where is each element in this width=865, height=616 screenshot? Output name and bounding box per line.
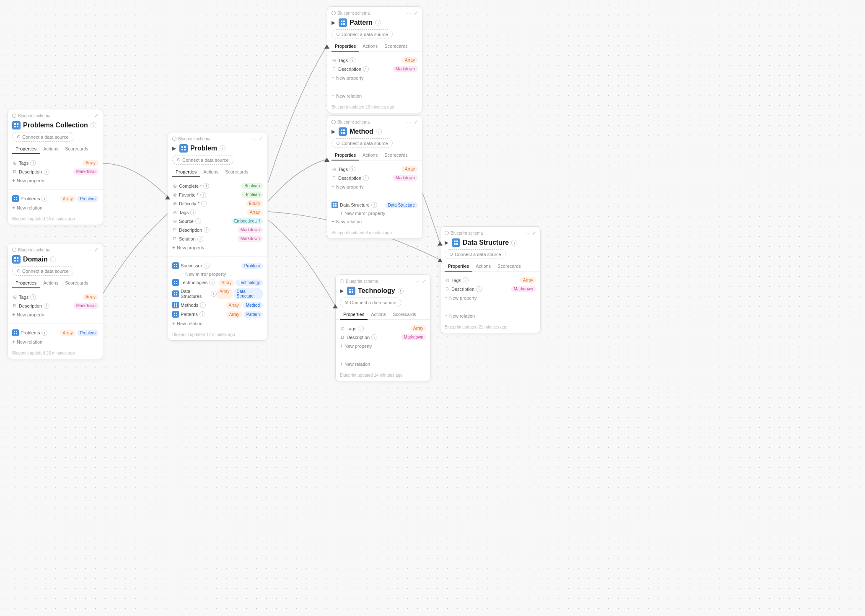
connect-datasource-btn[interactable]: ⊙ Connect a data source — [331, 29, 393, 39]
info-icon[interactable]: i — [209, 280, 215, 285]
info-icon[interactable]: i — [201, 201, 207, 207]
new-property-btn[interactable]: + New property — [340, 342, 426, 351]
tab-actions[interactable]: Actions — [40, 278, 62, 288]
info-icon[interactable]: i — [44, 169, 49, 175]
info-icon[interactable]: i — [398, 288, 404, 294]
tab-actions[interactable]: Actions — [200, 167, 222, 177]
new-relation-btn[interactable]: + New relation — [340, 360, 426, 369]
new-property-btn[interactable]: + New property — [12, 176, 98, 185]
tab-actions[interactable]: Actions — [40, 144, 62, 154]
info-icon[interactable]: i — [199, 311, 205, 317]
new-relation-btn[interactable]: + New relation — [12, 203, 98, 212]
expand-icon[interactable]: ⤢ — [94, 113, 98, 119]
info-icon[interactable]: i — [91, 122, 96, 128]
card-header-actions[interactable]: ··· ⤢ — [415, 278, 426, 284]
connect-datasource-btn[interactable]: ⊙ Connect a data source — [172, 155, 233, 165]
tab-scorecards[interactable]: Scorecards — [389, 310, 420, 320]
mirror-property-btn[interactable]: + New mirror property — [172, 270, 263, 278]
info-icon[interactable]: i — [220, 145, 225, 151]
info-icon[interactable]: i — [376, 129, 382, 135]
tab-scorecards[interactable]: Scorecards — [222, 167, 252, 177]
new-relation-btn[interactable]: + New relation — [172, 319, 263, 328]
card-header-actions[interactable]: ··· ⤢ — [252, 136, 263, 142]
info-icon[interactable]: i — [358, 326, 364, 331]
info-icon[interactable]: i — [375, 20, 381, 26]
connect-datasource-btn[interactable]: ⊙ Connect a data source — [331, 138, 393, 148]
info-icon[interactable]: i — [30, 160, 36, 166]
new-relation-btn[interactable]: + New relation — [331, 217, 418, 226]
info-icon[interactable]: i — [363, 175, 369, 181]
more-icon[interactable]: ··· — [88, 113, 92, 119]
tab-scorecards[interactable]: Scorecards — [494, 261, 524, 272]
new-property-btn[interactable]: + New property — [331, 182, 418, 192]
tab-properties[interactable]: Properties — [331, 41, 359, 52]
info-icon[interactable]: i — [463, 277, 469, 283]
tab-actions[interactable]: Actions — [359, 150, 381, 160]
expand-icon[interactable]: ⤢ — [422, 278, 426, 284]
card-header-actions[interactable]: ··· ⤢ — [407, 10, 418, 16]
more-icon[interactable]: ··· — [252, 136, 256, 142]
connect-datasource-btn[interactable]: ⊙ Connect a data source — [12, 266, 73, 276]
tab-properties[interactable]: Properties — [331, 150, 359, 160]
card-header-actions[interactable]: ··· ⤢ — [88, 247, 98, 253]
mirror-property-btn[interactable]: + New mirror property — [331, 210, 418, 217]
info-icon[interactable]: i — [44, 303, 49, 309]
tab-actions[interactable]: Actions — [368, 310, 389, 320]
card-header-actions[interactable]: ··· ⤢ — [88, 113, 98, 119]
connect-datasource-btn[interactable]: ⊙ Connect a data source — [12, 132, 73, 142]
tab-scorecards[interactable]: Scorecards — [381, 41, 411, 52]
info-icon[interactable]: i — [41, 196, 47, 202]
more-icon[interactable]: ··· — [415, 278, 420, 284]
expand-icon[interactable]: ⤢ — [94, 247, 98, 253]
info-icon[interactable]: i — [476, 286, 482, 292]
connect-datasource-btn[interactable]: ⊙ Connect a data source — [340, 298, 401, 307]
tab-scorecards[interactable]: Scorecards — [62, 144, 92, 154]
more-icon[interactable]: ··· — [407, 10, 411, 16]
new-property-btn[interactable]: + New property — [445, 293, 536, 303]
info-icon[interactable]: i — [371, 202, 377, 208]
tab-properties[interactable]: Properties — [340, 310, 368, 320]
info-icon[interactable]: i — [200, 192, 206, 198]
info-icon[interactable]: i — [203, 183, 209, 189]
connect-datasource-btn[interactable]: ⊙ Connect a data source — [445, 249, 506, 259]
expand-icon[interactable]: ⤢ — [414, 10, 418, 16]
info-icon[interactable]: i — [511, 240, 517, 246]
info-icon[interactable]: i — [211, 291, 217, 297]
new-property-label: New property — [177, 245, 204, 250]
info-icon[interactable]: i — [363, 66, 369, 72]
info-icon[interactable]: i — [30, 294, 36, 300]
new-property-btn[interactable]: + New property — [331, 73, 418, 83]
info-icon[interactable]: i — [50, 256, 56, 262]
card-header-actions[interactable]: ··· ⤢ — [525, 230, 536, 236]
expand-icon[interactable]: ⤢ — [259, 136, 263, 142]
info-icon[interactable]: i — [41, 330, 47, 336]
tab-properties[interactable]: Properties — [445, 261, 472, 272]
tab-actions[interactable]: Actions — [472, 261, 494, 272]
tab-properties[interactable]: Properties — [172, 167, 200, 177]
more-icon[interactable]: ··· — [407, 119, 411, 125]
tab-properties[interactable]: Properties — [12, 278, 40, 288]
info-icon[interactable]: i — [204, 263, 210, 269]
new-property-btn[interactable]: + New property — [12, 310, 98, 319]
tab-actions[interactable]: Actions — [359, 41, 381, 52]
new-relation-btn[interactable]: + New relation — [12, 337, 98, 347]
new-relation-btn[interactable]: + New relation — [445, 311, 536, 321]
expand-icon[interactable]: ⤢ — [414, 119, 418, 125]
tab-properties[interactable]: Properties — [12, 144, 40, 154]
info-icon[interactable]: i — [371, 334, 377, 340]
new-relation-btn[interactable]: + New relation — [331, 91, 418, 101]
info-icon[interactable]: i — [197, 236, 203, 242]
info-icon[interactable]: i — [195, 218, 201, 224]
info-icon[interactable]: i — [204, 227, 210, 233]
more-icon[interactable]: ··· — [88, 247, 92, 253]
tab-scorecards[interactable]: Scorecards — [381, 150, 411, 160]
info-icon[interactable]: i — [350, 166, 355, 172]
new-property-btn[interactable]: + New property — [172, 243, 263, 252]
info-icon[interactable]: i — [350, 57, 355, 63]
tab-scorecards[interactable]: Scorecards — [62, 278, 92, 288]
expand-icon[interactable]: ⤢ — [532, 230, 536, 236]
more-icon[interactable]: ··· — [525, 230, 529, 236]
info-icon[interactable]: i — [190, 210, 196, 215]
card-header-actions[interactable]: ··· ⤢ — [407, 119, 418, 125]
info-icon[interactable]: i — [200, 302, 206, 308]
